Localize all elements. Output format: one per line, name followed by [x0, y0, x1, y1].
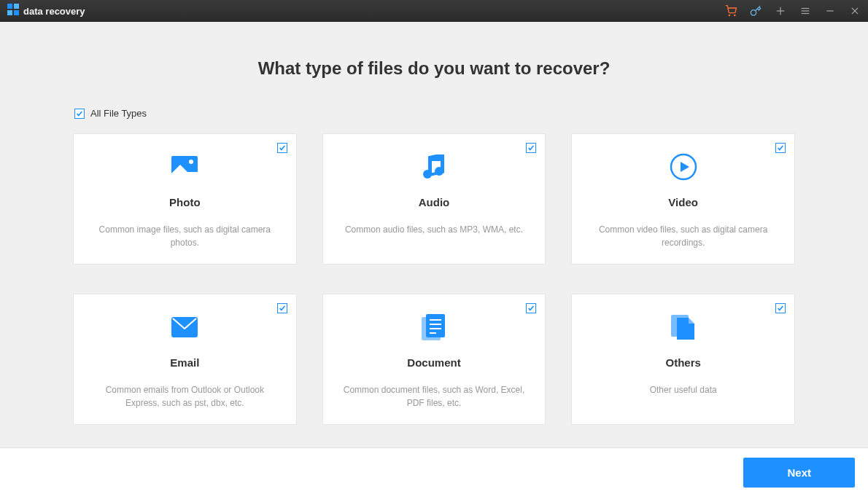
card-email-title: Email	[170, 356, 199, 369]
file-type-grid: Photo Common image files, such as digita…	[73, 133, 795, 425]
all-file-types-checkbox[interactable]	[74, 109, 85, 119]
video-icon	[670, 152, 697, 181]
card-document-title: Document	[407, 356, 460, 369]
next-button[interactable]: Next	[743, 458, 855, 488]
window-controls	[725, 5, 861, 17]
all-file-types-row[interactable]: All File Types	[74, 108, 795, 119]
others-icon	[671, 313, 696, 342]
card-video-title: Video	[668, 196, 698, 208]
svg-point-15	[189, 160, 193, 164]
card-photo-title: Photo	[169, 196, 201, 208]
svg-rect-24	[426, 314, 445, 337]
photo-icon	[171, 152, 198, 181]
card-photo-checkbox[interactable]	[277, 143, 287, 153]
card-document-checkbox[interactable]	[526, 303, 536, 313]
svg-point-19	[423, 170, 432, 179]
svg-point-5	[735, 15, 735, 15]
card-others[interactable]: Others Other useful data	[571, 294, 795, 425]
menu-icon[interactable]	[799, 5, 811, 17]
svg-rect-18	[429, 156, 443, 161]
svg-point-4	[729, 15, 729, 15]
card-photo-desc: Common image files, such as digital came…	[92, 223, 278, 249]
all-file-types-label: All File Types	[90, 108, 147, 119]
card-document[interactable]: Document Common document files, such as …	[322, 294, 546, 425]
app-logo-icon	[7, 4, 19, 18]
close-icon[interactable]	[849, 5, 861, 17]
svg-point-20	[435, 167, 443, 176]
titlebar: data recovery	[0, 0, 868, 22]
minimize-icon[interactable]	[824, 5, 836, 17]
card-email-desc: Common emails from Outlook or Outlook Ex…	[92, 383, 278, 410]
svg-rect-2	[7, 10, 12, 15]
main-content: What type of files do you want to recove…	[0, 22, 868, 447]
document-icon	[422, 313, 446, 342]
footer: Next	[0, 447, 868, 497]
svg-rect-3	[14, 10, 19, 15]
card-video[interactable]: Video Common video files, such as digita…	[571, 133, 795, 265]
card-audio-checkbox[interactable]	[526, 143, 536, 153]
app-title: data recovery	[23, 6, 85, 17]
card-audio-desc: Common audio files, such as MP3, WMA, et…	[345, 223, 523, 236]
card-document-desc: Common document files, such as Word, Exc…	[341, 383, 527, 410]
card-video-desc: Common video files, such as digital came…	[590, 223, 776, 249]
key-icon[interactable]	[750, 5, 762, 17]
card-email[interactable]: Email Common emails from Outlook or Outl…	[73, 294, 297, 425]
card-email-checkbox[interactable]	[277, 303, 287, 313]
audio-icon	[422, 152, 446, 181]
card-audio[interactable]: Audio Common audio files, such as MP3, W…	[322, 133, 546, 265]
cart-icon[interactable]	[725, 5, 737, 17]
card-others-checkbox[interactable]	[775, 303, 786, 313]
svg-rect-0	[7, 4, 12, 9]
card-video-checkbox[interactable]	[775, 143, 786, 153]
email-icon	[171, 313, 198, 342]
card-others-title: Others	[665, 356, 700, 369]
svg-rect-1	[14, 4, 19, 9]
card-audio-title: Audio	[419, 196, 450, 208]
plus-icon[interactable]	[775, 5, 786, 17]
app-logo: data recovery	[7, 4, 85, 18]
page-title: What type of files do you want to recove…	[73, 58, 795, 79]
card-photo[interactable]: Photo Common image files, such as digita…	[73, 133, 297, 265]
card-others-desc: Other useful data	[650, 383, 717, 396]
